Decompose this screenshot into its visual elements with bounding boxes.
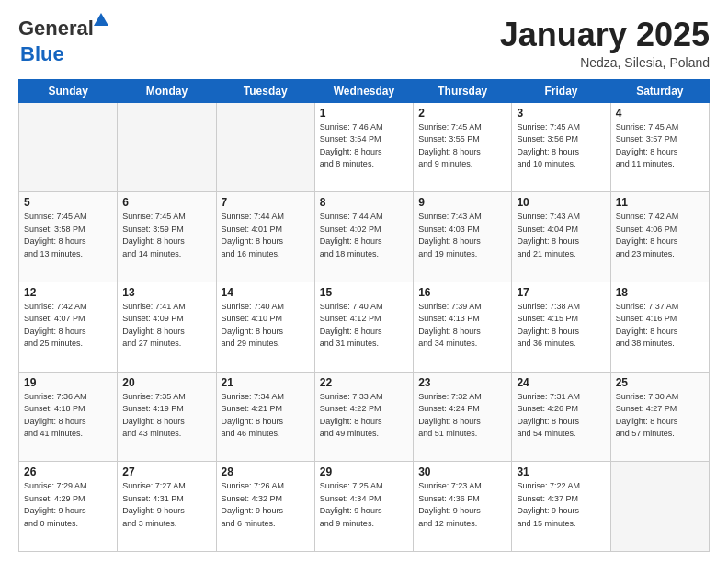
day-number: 15 bbox=[320, 286, 408, 299]
day-header-friday: Friday bbox=[512, 79, 610, 102]
day-number: 1 bbox=[320, 107, 408, 120]
calendar-day-cell: 5Sunrise: 7:45 AMSunset: 3:58 PMDaylight… bbox=[19, 192, 118, 282]
day-info: Sunrise: 7:22 AMSunset: 4:37 PMDaylight:… bbox=[517, 480, 605, 530]
calendar-day-cell bbox=[216, 102, 314, 192]
day-number: 25 bbox=[616, 376, 704, 389]
calendar-day-cell bbox=[19, 102, 118, 192]
svg-marker-0 bbox=[94, 13, 108, 26]
calendar-day-cell: 17Sunrise: 7:38 AMSunset: 4:15 PMDayligh… bbox=[512, 282, 610, 372]
calendar-day-cell: 13Sunrise: 7:41 AMSunset: 4:09 PMDayligh… bbox=[118, 282, 216, 372]
day-info: Sunrise: 7:29 AMSunset: 4:29 PMDaylight:… bbox=[24, 480, 112, 530]
day-number: 17 bbox=[517, 286, 605, 299]
calendar-week-row: 5Sunrise: 7:45 AMSunset: 3:58 PMDaylight… bbox=[19, 192, 710, 282]
day-info: Sunrise: 7:26 AMSunset: 4:32 PMDaylight:… bbox=[222, 480, 310, 530]
day-info: Sunrise: 7:45 AMSunset: 3:56 PMDaylight:… bbox=[517, 121, 605, 171]
day-number: 5 bbox=[24, 196, 112, 209]
logo-icon bbox=[94, 13, 108, 26]
day-info: Sunrise: 7:30 AMSunset: 4:27 PMDaylight:… bbox=[616, 391, 704, 441]
day-info: Sunrise: 7:45 AMSunset: 3:55 PMDaylight:… bbox=[418, 121, 506, 171]
day-number: 26 bbox=[24, 465, 112, 478]
day-info: Sunrise: 7:45 AMSunset: 3:57 PMDaylight:… bbox=[616, 121, 704, 171]
calendar-day-cell: 2Sunrise: 7:45 AMSunset: 3:55 PMDaylight… bbox=[414, 102, 512, 192]
day-number: 23 bbox=[418, 376, 506, 389]
day-number: 10 bbox=[517, 196, 605, 209]
day-info: Sunrise: 7:45 AMSunset: 3:58 PMDaylight:… bbox=[24, 211, 112, 260]
day-header-wednesday: Wednesday bbox=[314, 79, 413, 102]
day-number: 6 bbox=[122, 196, 210, 209]
day-info: Sunrise: 7:27 AMSunset: 4:31 PMDaylight:… bbox=[122, 480, 210, 530]
day-info: Sunrise: 7:45 AMSunset: 3:59 PMDaylight:… bbox=[122, 211, 210, 260]
calendar-week-row: 12Sunrise: 7:42 AMSunset: 4:07 PMDayligh… bbox=[19, 282, 710, 372]
day-number: 3 bbox=[517, 107, 605, 120]
page: General Blue January 2025 Nedza, Silesia… bbox=[0, 0, 728, 563]
calendar-table: SundayMondayTuesdayWednesdayThursdayFrid… bbox=[18, 79, 710, 552]
calendar-day-cell: 31Sunrise: 7:22 AMSunset: 4:37 PMDayligh… bbox=[512, 462, 610, 552]
calendar-day-cell: 21Sunrise: 7:34 AMSunset: 4:21 PMDayligh… bbox=[216, 372, 314, 462]
day-number: 22 bbox=[320, 376, 408, 389]
calendar-day-cell: 16Sunrise: 7:39 AMSunset: 4:13 PMDayligh… bbox=[414, 282, 512, 372]
day-info: Sunrise: 7:46 AMSunset: 3:54 PMDaylight:… bbox=[320, 121, 408, 171]
calendar-week-row: 1Sunrise: 7:46 AMSunset: 3:54 PMDaylight… bbox=[19, 102, 710, 192]
calendar-day-cell: 3Sunrise: 7:45 AMSunset: 3:56 PMDaylight… bbox=[512, 102, 610, 192]
day-number: 14 bbox=[222, 286, 310, 299]
calendar-day-cell: 23Sunrise: 7:32 AMSunset: 4:24 PMDayligh… bbox=[414, 372, 512, 462]
calendar-day-cell: 12Sunrise: 7:42 AMSunset: 4:07 PMDayligh… bbox=[19, 282, 118, 372]
calendar-day-cell: 22Sunrise: 7:33 AMSunset: 4:22 PMDayligh… bbox=[314, 372, 413, 462]
location: Nedza, Silesia, Poland bbox=[500, 55, 710, 70]
day-number: 20 bbox=[122, 376, 210, 389]
day-info: Sunrise: 7:37 AMSunset: 4:16 PMDaylight:… bbox=[616, 301, 704, 350]
day-number: 2 bbox=[418, 107, 506, 120]
day-number: 11 bbox=[616, 196, 704, 209]
calendar-day-cell: 28Sunrise: 7:26 AMSunset: 4:32 PMDayligh… bbox=[216, 462, 314, 552]
day-number: 4 bbox=[616, 107, 704, 120]
day-info: Sunrise: 7:40 AMSunset: 4:10 PMDaylight:… bbox=[222, 301, 310, 350]
calendar-day-cell: 25Sunrise: 7:30 AMSunset: 4:27 PMDayligh… bbox=[610, 372, 709, 462]
day-number: 28 bbox=[222, 465, 310, 478]
header: General Blue January 2025 Nedza, Silesia… bbox=[18, 17, 710, 70]
day-header-monday: Monday bbox=[118, 79, 216, 102]
calendar-day-cell: 8Sunrise: 7:44 AMSunset: 4:02 PMDaylight… bbox=[314, 192, 413, 282]
calendar-week-row: 26Sunrise: 7:29 AMSunset: 4:29 PMDayligh… bbox=[19, 462, 710, 552]
day-info: Sunrise: 7:36 AMSunset: 4:18 PMDaylight:… bbox=[24, 391, 112, 441]
calendar-week-row: 19Sunrise: 7:36 AMSunset: 4:18 PMDayligh… bbox=[19, 372, 710, 462]
day-info: Sunrise: 7:40 AMSunset: 4:12 PMDaylight:… bbox=[320, 301, 408, 350]
day-info: Sunrise: 7:33 AMSunset: 4:22 PMDaylight:… bbox=[320, 391, 408, 441]
day-number: 12 bbox=[24, 286, 112, 299]
calendar-day-cell bbox=[610, 462, 709, 552]
calendar-day-cell: 10Sunrise: 7:43 AMSunset: 4:04 PMDayligh… bbox=[512, 192, 610, 282]
day-number: 16 bbox=[418, 286, 506, 299]
day-info: Sunrise: 7:43 AMSunset: 4:04 PMDaylight:… bbox=[517, 211, 605, 260]
day-header-tuesday: Tuesday bbox=[216, 79, 314, 102]
logo-blue-text: Blue bbox=[20, 42, 64, 66]
calendar-day-cell: 24Sunrise: 7:31 AMSunset: 4:26 PMDayligh… bbox=[512, 372, 610, 462]
day-info: Sunrise: 7:32 AMSunset: 4:24 PMDaylight:… bbox=[418, 391, 506, 441]
day-number: 29 bbox=[320, 465, 408, 478]
day-header-sunday: Sunday bbox=[19, 79, 118, 102]
day-number: 30 bbox=[418, 465, 506, 478]
day-info: Sunrise: 7:34 AMSunset: 4:21 PMDaylight:… bbox=[222, 391, 310, 441]
day-number: 19 bbox=[24, 376, 112, 389]
day-info: Sunrise: 7:42 AMSunset: 4:07 PMDaylight:… bbox=[24, 301, 112, 350]
calendar-day-cell: 6Sunrise: 7:45 AMSunset: 3:59 PMDaylight… bbox=[118, 192, 216, 282]
day-number: 18 bbox=[616, 286, 704, 299]
calendar-day-cell: 4Sunrise: 7:45 AMSunset: 3:57 PMDaylight… bbox=[610, 102, 709, 192]
day-number: 8 bbox=[320, 196, 408, 209]
day-info: Sunrise: 7:38 AMSunset: 4:15 PMDaylight:… bbox=[517, 301, 605, 350]
calendar-day-cell: 1Sunrise: 7:46 AMSunset: 3:54 PMDaylight… bbox=[314, 102, 413, 192]
calendar-day-cell: 20Sunrise: 7:35 AMSunset: 4:19 PMDayligh… bbox=[118, 372, 216, 462]
logo-general-text: General bbox=[18, 17, 94, 40]
day-info: Sunrise: 7:35 AMSunset: 4:19 PMDaylight:… bbox=[122, 391, 210, 441]
calendar-day-cell: 19Sunrise: 7:36 AMSunset: 4:18 PMDayligh… bbox=[19, 372, 118, 462]
day-info: Sunrise: 7:23 AMSunset: 4:36 PMDaylight:… bbox=[418, 480, 506, 530]
day-header-saturday: Saturday bbox=[610, 79, 709, 102]
title-block: January 2025 Nedza, Silesia, Poland bbox=[500, 17, 710, 70]
logo: General Blue bbox=[18, 17, 94, 66]
day-info: Sunrise: 7:42 AMSunset: 4:06 PMDaylight:… bbox=[616, 211, 704, 260]
day-info: Sunrise: 7:43 AMSunset: 4:03 PMDaylight:… bbox=[418, 211, 506, 260]
calendar-header-row: SundayMondayTuesdayWednesdayThursdayFrid… bbox=[19, 79, 710, 102]
calendar-day-cell: 26Sunrise: 7:29 AMSunset: 4:29 PMDayligh… bbox=[19, 462, 118, 552]
calendar-day-cell: 11Sunrise: 7:42 AMSunset: 4:06 PMDayligh… bbox=[610, 192, 709, 282]
day-info: Sunrise: 7:44 AMSunset: 4:02 PMDaylight:… bbox=[320, 211, 408, 260]
day-number: 27 bbox=[122, 465, 210, 478]
day-info: Sunrise: 7:44 AMSunset: 4:01 PMDaylight:… bbox=[222, 211, 310, 260]
